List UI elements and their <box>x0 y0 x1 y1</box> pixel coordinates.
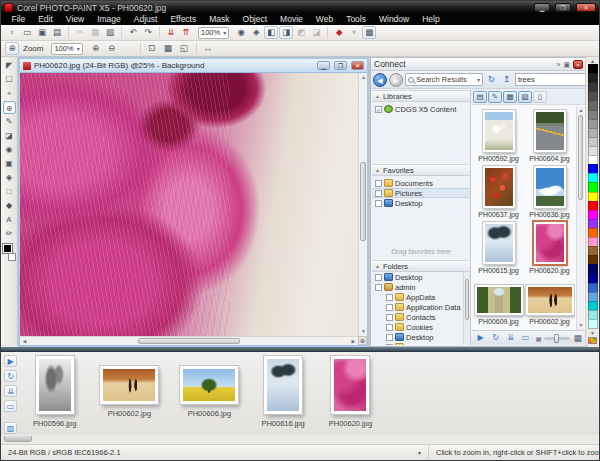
checkbox[interactable] <box>386 314 393 321</box>
zoom-levels-combo[interactable]: 100%▾ <box>51 43 82 55</box>
thumbnail-image[interactable] <box>534 110 566 152</box>
favorite-item[interactable]: Desktop <box>372 198 470 208</box>
thumbnail-image[interactable] <box>483 222 515 264</box>
thumbnail-image[interactable] <box>483 166 515 208</box>
thumbnail-image[interactable] <box>475 285 523 315</box>
tray-sync-button[interactable]: ↻ <box>4 370 17 382</box>
thumbnail-item[interactable]: PH00620.jpg <box>524 222 575 278</box>
library-item[interactable]: CDGS X5 Content <box>372 104 470 114</box>
eraser-tool[interactable]: ◪ <box>3 129 16 142</box>
open-icon[interactable]: ▭ <box>20 26 34 39</box>
folder-tree-item[interactable]: Cookies <box>372 322 470 332</box>
scroll-down-icon[interactable]: ▼ <box>359 327 368 336</box>
paste-icon[interactable]: ▧ <box>103 26 117 39</box>
menu-item[interactable]: Tools <box>340 14 373 25</box>
tray-thumbnail-item[interactable]: PH00620.jpg <box>329 356 372 428</box>
thumbnail-image[interactable] <box>534 222 566 264</box>
menu-item[interactable]: Effects <box>164 14 203 25</box>
checkbox[interactable] <box>386 344 393 346</box>
mask-mode-dropdown-icon[interactable]: ▾ <box>347 26 361 39</box>
thumbnail-item[interactable]: PH00615.jpg <box>473 222 524 278</box>
tray-import-button[interactable]: ⇊ <box>4 385 17 397</box>
thumbnails-scrollbar[interactable]: ▲ ▼ <box>576 106 584 330</box>
tray-thumbnail-item[interactable]: PH00616.jpg <box>261 356 304 428</box>
thumbnail-item[interactable]: PH00602.jpg <box>524 278 575 330</box>
vertical-scrollbar[interactable]: ▲ ▼ <box>358 73 367 336</box>
clone-tool[interactable]: ▣ <box>3 157 16 170</box>
tray-properties-button[interactable]: ▭ <box>4 400 17 412</box>
filter-folders-toggle[interactable]: ▤ <box>473 91 487 103</box>
undo-icon[interactable]: ↶ <box>126 26 140 39</box>
tray-thumbnail-image[interactable] <box>264 356 302 414</box>
thumbnail-item[interactable]: PH00636.jpg <box>524 166 575 222</box>
print-icon[interactable]: ▤ <box>50 26 64 39</box>
folder-tree-item[interactable]: Desktop <box>372 332 470 342</box>
libraries-header[interactable]: ▲ Libraries <box>372 90 470 102</box>
menu-item[interactable]: View <box>59 14 90 25</box>
connect-close-icon[interactable]: × <box>573 60 583 69</box>
collapse-chevrons-icon[interactable]: » <box>556 60 560 69</box>
menu-item[interactable]: Help <box>416 14 446 25</box>
tray-thumbnail-image[interactable] <box>100 366 158 404</box>
export-icon[interactable]: ⇈ <box>179 26 193 39</box>
chevron-down-icon[interactable]: ▾ <box>418 449 421 456</box>
slider-track[interactable] <box>544 337 570 340</box>
scroll-thumb[interactable] <box>465 279 469 320</box>
zoom-tool[interactable]: ⊕ <box>3 101 16 114</box>
mask-mode-icon[interactable]: ◆ <box>332 26 346 39</box>
grid-icon[interactable]: ◩ <box>294 26 308 39</box>
thumbnail-item[interactable]: PH00609.jpg <box>473 278 524 330</box>
favorite-item[interactable]: Documents <box>372 178 470 188</box>
color-mode-cell[interactable]: 24-Bit RGB / sRGB IEC61966-2.1 ▾ <box>1 445 429 460</box>
background-color-swatch[interactable] <box>8 253 16 261</box>
scroll-thumb[interactable] <box>578 115 583 200</box>
folder-tree-item[interactable]: Contacts <box>372 312 470 322</box>
slider-handle[interactable] <box>554 334 559 343</box>
snap-icon[interactable]: ◪ <box>309 26 323 39</box>
red-eye-removal-tool[interactable]: ◉ <box>3 143 16 156</box>
horizontal-scrollbar[interactable]: ◀ ▶ <box>20 336 358 345</box>
scroll-left-icon[interactable]: ◀ <box>20 337 29 346</box>
checkbox[interactable] <box>375 284 382 291</box>
checkbox[interactable] <box>375 106 382 113</box>
favorites-header[interactable]: ▲ Favorites <box>372 164 470 176</box>
minimize-button[interactable]: ▁ <box>534 3 550 12</box>
folders-scrollbar[interactable] <box>463 272 470 345</box>
filter-bitmap-toggle[interactable]: ▦ <box>503 91 517 103</box>
new-icon[interactable]: ▫ <box>5 26 19 39</box>
tray-thumbnail-item[interactable]: PH00602.jpg <box>100 356 158 418</box>
cut-icon[interactable]: ✂ <box>73 26 87 39</box>
thumbnail-image[interactable] <box>534 166 566 208</box>
dock-icon[interactable]: ▣ <box>563 60 570 69</box>
palette-scroll-down-icon[interactable]: ▼ <box>590 330 595 336</box>
thumbnail-item[interactable]: PH00592.jpg <box>473 110 524 166</box>
thumbnail-image[interactable] <box>526 285 574 315</box>
folder-tree-item[interactable]: admin <box>372 282 470 292</box>
options-icon[interactable]: ▩ <box>362 26 376 39</box>
show-object-marquee-icon[interactable]: ◨ <box>279 26 293 39</box>
launch-icon[interactable]: ◈ <box>249 26 263 39</box>
maximize-button[interactable]: ❐ <box>555 3 571 12</box>
filter-font-toggle[interactable]: ▧ <box>518 91 532 103</box>
tray-thumbnail-image[interactable] <box>36 356 74 414</box>
address-bar[interactable]: Search Results ▾ <box>405 73 483 86</box>
fill-tool[interactable]: ◆ <box>3 199 16 212</box>
menu-item[interactable]: Window <box>372 14 415 25</box>
open-button[interactable]: ▶ <box>474 332 487 344</box>
tray-collapse-tab[interactable] <box>4 436 32 442</box>
back-button[interactable]: ◀ <box>373 73 387 87</box>
mask-transform-tool[interactable]: + <box>3 87 16 100</box>
checkbox[interactable] <box>375 180 382 187</box>
show-names-toggle[interactable]: ▯ <box>533 91 547 103</box>
menu-item[interactable]: Web <box>309 14 339 25</box>
copy-icon[interactable]: ▦ <box>88 26 102 39</box>
menu-item[interactable]: Image <box>91 14 128 25</box>
tray-thumbnail-item[interactable]: PH00606.jpg <box>180 356 238 418</box>
folder-tree-item[interactable]: AppData <box>372 292 470 302</box>
refresh-button[interactable]: ↻ <box>485 73 498 86</box>
save-icon[interactable]: ▣ <box>35 26 49 39</box>
zoom-to-selection-icon[interactable]: ◌ <box>121 42 135 55</box>
redo-icon[interactable]: ↷ <box>141 26 155 39</box>
checkbox[interactable] <box>386 334 393 341</box>
foreground-color-swatch[interactable] <box>3 244 12 253</box>
